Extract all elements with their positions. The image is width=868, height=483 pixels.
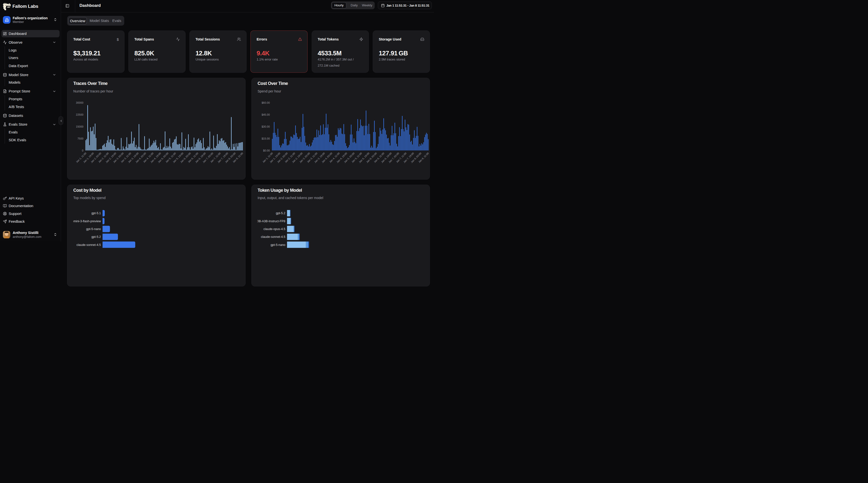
svg-text:gpt-5-nano: gpt-5-nano — [86, 227, 101, 231]
svg-text:0: 0 — [82, 149, 84, 152]
svg-text:gpt-5.1: gpt-5.1 — [92, 212, 101, 215]
svg-text:gpt-5.2: gpt-5.2 — [276, 212, 285, 215]
svg-text:15000: 15000 — [76, 125, 84, 128]
svg-text:$60.00: $60.00 — [262, 101, 270, 104]
svg-text:7500: 7500 — [78, 137, 84, 140]
svg-text:claude-opus-4.5: claude-opus-4.5 — [264, 227, 285, 231]
svg-text:$0.00: $0.00 — [263, 149, 270, 152]
svg-text:$45.00: $45.00 — [262, 113, 270, 116]
svg-text:30000: 30000 — [76, 101, 84, 104]
svg-text:gemini-3-flash-preview: gemini-3-flash-preview — [70, 219, 101, 223]
svg-text:gpt-5.2: gpt-5.2 — [92, 235, 101, 238]
svg-text:$15.00: $15.00 — [262, 137, 270, 140]
svg-text:$30.00: $30.00 — [262, 125, 270, 128]
svg-text:22500: 22500 — [76, 113, 84, 116]
svg-text:0B-A3B-Instruct-FP8: 0B-A3B-Instruct-FP8 — [257, 219, 285, 223]
svg-text:claude-sonnet-4.5: claude-sonnet-4.5 — [261, 235, 285, 238]
